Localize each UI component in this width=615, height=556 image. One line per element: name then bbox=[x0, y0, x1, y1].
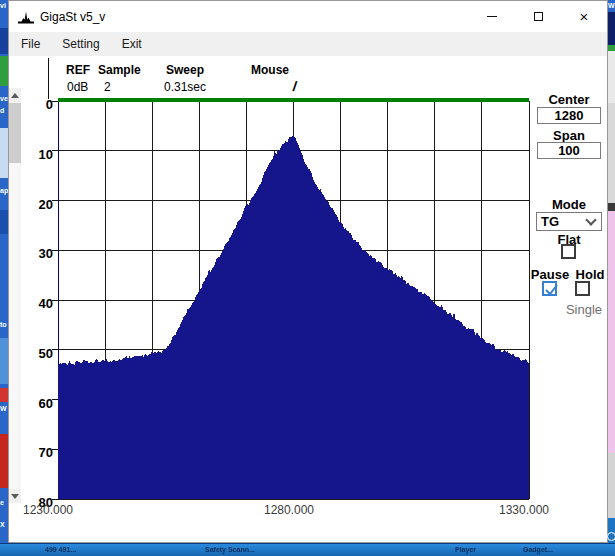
x-axis-label: 1230.000 bbox=[13, 503, 83, 517]
app-icon bbox=[18, 10, 34, 24]
spectrum-plot bbox=[9, 1, 609, 544]
header-divider-line bbox=[48, 58, 49, 99]
desktop-text-fragment: ap bbox=[0, 186, 8, 195]
app-window: GigaSt v5_v × File Setting Exit REF Samp… bbox=[8, 0, 608, 543]
y-axis-label: 60 bbox=[23, 396, 53, 411]
flat-checkbox[interactable] bbox=[561, 244, 576, 259]
taskbar-item[interactable]: Gadget... bbox=[523, 546, 553, 556]
hold-checkbox[interactable] bbox=[575, 281, 590, 296]
mouse-cursor-icon: / bbox=[292, 78, 298, 94]
sample-label: Sample bbox=[98, 63, 141, 77]
mode-select[interactable]: TG bbox=[536, 212, 602, 231]
y-axis-label: 50 bbox=[23, 346, 53, 361]
mode-value: TG bbox=[537, 214, 587, 229]
menubar: File Setting Exit bbox=[9, 32, 607, 56]
desktop-icon bbox=[0, 388, 8, 402]
desktop-text-fragment: e bbox=[0, 498, 8, 507]
taskbar[interactable]: 499 491...Safety Scann...PlayerGadget... bbox=[0, 543, 615, 556]
ref-label: REF bbox=[66, 63, 90, 77]
x-axis-label: 1330.000 bbox=[489, 503, 559, 517]
chevron-down-icon bbox=[585, 214, 596, 225]
sample-value: 2 bbox=[104, 80, 111, 94]
close-button[interactable]: × bbox=[565, 1, 603, 32]
scrollbar-track[interactable] bbox=[9, 88, 21, 503]
center-input[interactable] bbox=[537, 107, 601, 124]
x-axis-label: 1280.000 bbox=[254, 503, 324, 517]
menu-item-file[interactable]: File bbox=[11, 33, 50, 55]
span-input[interactable] bbox=[537, 142, 601, 159]
desktop-icon bbox=[0, 434, 8, 488]
background-window-band bbox=[608, 211, 615, 453]
mouse-label: Mouse bbox=[251, 63, 289, 77]
scroll-down-icon bbox=[11, 494, 19, 499]
window-title: GigaSt v5_v bbox=[40, 10, 105, 24]
screen: vivedaptoWeX W 499 491...Safety Scann...… bbox=[0, 0, 615, 556]
scroll-up-icon bbox=[11, 93, 19, 98]
pause-checkbox[interactable] bbox=[542, 281, 557, 296]
single-label: Single bbox=[559, 302, 609, 317]
y-axis-label: 40 bbox=[23, 296, 53, 311]
taskbar-circle-icon bbox=[607, 532, 615, 541]
y-axis-label: 30 bbox=[23, 246, 53, 261]
sweep-label: Sweep bbox=[166, 63, 204, 77]
desktop-text-fragment: d bbox=[0, 106, 8, 115]
menu-item-exit[interactable]: Exit bbox=[112, 33, 152, 55]
scrollbar-thumb[interactable] bbox=[9, 103, 21, 163]
mode-label: Mode bbox=[536, 197, 602, 212]
desktop-text-fragment: vi bbox=[0, 1, 8, 10]
background-window-band bbox=[608, 12, 615, 45]
ref-value: 0dB bbox=[67, 80, 88, 94]
desktop-text-fragment: W bbox=[608, 1, 615, 10]
background-window-band bbox=[608, 51, 615, 103]
y-axis-label: 70 bbox=[23, 445, 53, 460]
desktop-icon bbox=[0, 210, 8, 234]
y-axis-label: 10 bbox=[23, 147, 53, 162]
desktop-text-fragment: W bbox=[0, 404, 8, 413]
close-icon: × bbox=[580, 9, 589, 24]
maximize-icon bbox=[534, 12, 543, 21]
scroll-up-button[interactable] bbox=[9, 88, 21, 102]
desktop-text-fragment: X bbox=[0, 520, 8, 529]
sweep-value: 0.31sec bbox=[164, 80, 206, 94]
y-axis-label: 20 bbox=[23, 197, 53, 212]
background-window-band bbox=[608, 103, 615, 203]
desktop-icon bbox=[0, 28, 8, 54]
desktop-background-left: vivedaptoWeX bbox=[0, 0, 8, 556]
minimize-icon bbox=[487, 16, 497, 17]
background-window-band bbox=[608, 453, 615, 518]
taskbar-item[interactable]: 499 491... bbox=[45, 546, 76, 556]
scroll-down-button[interactable] bbox=[9, 489, 21, 503]
desktop-icon bbox=[0, 338, 8, 384]
titlebar[interactable]: GigaSt v5_v bbox=[9, 1, 607, 32]
desktop-icon bbox=[0, 128, 8, 178]
menu-item-setting[interactable]: Setting bbox=[52, 33, 109, 55]
y-axis-label: 0 bbox=[23, 97, 53, 112]
desktop-text-fragment: to bbox=[0, 320, 8, 329]
center-label: Center bbox=[537, 92, 601, 107]
background-window-band bbox=[608, 203, 615, 211]
taskbar-item[interactable]: Player bbox=[455, 546, 476, 556]
pause-label: Pause bbox=[530, 267, 570, 282]
desktop-text-fragment: ve bbox=[0, 94, 8, 103]
taskbar-item[interactable]: Safety Scann... bbox=[205, 546, 255, 556]
desktop-icon bbox=[0, 56, 8, 86]
maximize-button[interactable] bbox=[519, 1, 557, 32]
span-label: Span bbox=[537, 128, 601, 143]
minimize-button[interactable] bbox=[473, 1, 511, 32]
hold-label: Hold bbox=[570, 267, 610, 282]
